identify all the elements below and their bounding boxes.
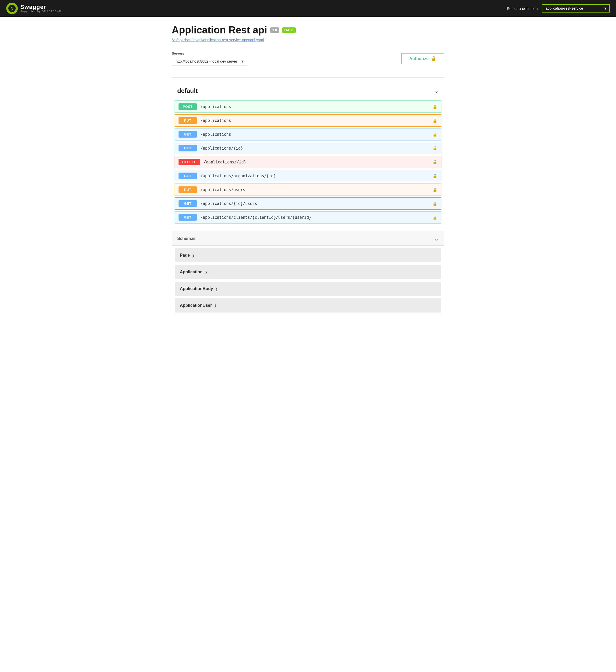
method-badge-post: POST: [179, 103, 197, 110]
endpoint-path: /applications/users: [200, 187, 245, 192]
endpoint-left: GET /applications: [179, 131, 231, 138]
logo-area: {} Swagger Supported By SMARTBEAR: [6, 3, 61, 14]
main-content: Application Rest api 1.0 OAS3 /v3/api-do…: [164, 17, 452, 328]
endpoint-row[interactable]: GET /applications/organizations/{id} 🔒: [175, 170, 441, 182]
endpoint-lock-icon: 🔒: [433, 215, 437, 220]
default-section-header[interactable]: default ⌄: [172, 83, 444, 99]
schema-name-application: Application: [180, 270, 203, 274]
endpoint-path: /applications/organizations/{id}: [200, 174, 276, 178]
endpoint-left: POST /applications: [179, 103, 231, 110]
schema-item-application-body[interactable]: ApplicationBody ❯: [175, 282, 441, 296]
swagger-sub-text: Supported By SMARTBEAR: [20, 10, 61, 13]
endpoint-path: /applications: [200, 118, 231, 123]
endpoint-path: /applications/{id}/users: [200, 201, 257, 206]
servers-label: Servers: [172, 51, 247, 55]
servers-left: Servers http://localhost:8082 - local de…: [172, 51, 247, 66]
schema-name-applicationuser: ApplicationUser: [180, 303, 212, 308]
endpoint-row[interactable]: PUT /applications 🔒: [175, 114, 441, 127]
schema-item-inner: ApplicationUser ❯: [180, 303, 436, 308]
authorize-button[interactable]: Authorize 🔓: [401, 53, 444, 64]
endpoint-row[interactable]: GET /applications 🔒: [175, 128, 441, 140]
endpoint-path: /applications/{id}: [200, 146, 243, 151]
endpoint-left: DELETE /applications/{id}: [179, 159, 246, 165]
default-section: default ⌄ POST /applications 🔒 PUT /appl…: [172, 83, 444, 226]
endpoint-lock-icon: 🔒: [433, 201, 437, 206]
schema-expand-icon: ❯: [205, 270, 208, 274]
schemas-section: Schemas ⌄ Page ❯ Application ❯ Applicati…: [172, 232, 444, 315]
endpoint-path: /applications: [200, 104, 231, 109]
schema-name-applicationbody: ApplicationBody: [180, 286, 213, 291]
api-title: Application Rest api: [172, 25, 267, 36]
endpoint-row[interactable]: GET /applications/{id} 🔒: [175, 142, 441, 154]
schemas-section-chevron-icon: ⌄: [434, 235, 439, 242]
select-definition-label: Select a definition: [507, 6, 538, 11]
server-select[interactable]: http://localhost:8082 - local dev server: [172, 57, 247, 66]
endpoint-lock-icon: 🔒: [433, 132, 437, 137]
endpoint-lock-icon: 🔒: [433, 146, 437, 151]
method-badge-get: GET: [179, 131, 197, 138]
endpoint-lock-icon: 🔒: [433, 118, 437, 123]
schema-item-application-user[interactable]: ApplicationUser ❯: [175, 298, 441, 313]
schema-item-inner: Page ❯: [180, 253, 436, 258]
endpoint-row[interactable]: GET /applications/{id}/users 🔒: [175, 197, 441, 210]
schema-item-page[interactable]: Page ❯: [175, 248, 441, 262]
schema-item-inner: ApplicationBody ❯: [180, 286, 436, 291]
schemas-section-title: Schemas: [177, 236, 196, 241]
endpoint-lock-icon: 🔒: [433, 187, 437, 192]
method-badge-get: GET: [179, 200, 197, 207]
definition-select-wrapper: application-rest-service ▼: [542, 4, 610, 13]
api-url-link[interactable]: /v3/api-docs/myapi/application-rest-serv…: [172, 38, 444, 42]
authorize-lock-icon: 🔓: [431, 56, 436, 61]
authorize-button-label: Authorize: [409, 56, 429, 61]
endpoint-path: /applications/{id}: [204, 160, 246, 164]
endpoint-left: GET /applications/{id}: [179, 145, 243, 151]
swagger-text-group: Swagger Supported By SMARTBEAR: [20, 4, 61, 13]
schemas-section-header[interactable]: Schemas ⌄: [172, 232, 444, 246]
endpoint-left: PUT /applications: [179, 117, 231, 124]
endpoint-left: PUT /applications/users: [179, 186, 245, 193]
schema-name-page: Page: [180, 253, 190, 258]
endpoint-left: GET /applications/clients/{clientId}/use…: [179, 214, 311, 221]
oas3-badge: OAS3: [282, 27, 295, 33]
schema-expand-icon: ❯: [214, 304, 217, 308]
method-badge-get: GET: [179, 145, 197, 151]
swagger-title-text: Swagger: [20, 4, 61, 10]
schema-item-application[interactable]: Application ❯: [175, 265, 441, 279]
swagger-logo-circle: {}: [6, 3, 18, 14]
endpoint-left: GET /applications/organizations/{id}: [179, 173, 276, 179]
servers-section: Servers http://localhost:8082 - local de…: [172, 47, 444, 70]
swagger-icon: {}: [11, 6, 14, 10]
default-section-chevron-icon: ⌄: [434, 88, 439, 94]
method-badge-put: PUT: [179, 186, 197, 193]
endpoint-lock-icon: 🔒: [433, 160, 437, 164]
section-divider: [172, 77, 444, 78]
swagger-logo-inner: {}: [8, 5, 16, 12]
method-badge-delete: DELETE: [179, 159, 200, 165]
default-section-title: default: [177, 87, 198, 95]
endpoint-row[interactable]: DELETE /applications/{id} 🔒: [175, 156, 441, 168]
method-badge-put: PUT: [179, 117, 197, 124]
endpoint-row[interactable]: PUT /applications/users 🔒: [175, 184, 441, 196]
api-title-section: Application Rest api 1.0 OAS3: [172, 25, 444, 36]
header-right-area: Select a definition application-rest-ser…: [507, 4, 610, 13]
server-select-wrapper: http://localhost:8082 - local dev server…: [172, 57, 247, 66]
method-badge-get: GET: [179, 214, 197, 221]
top-header: {} Swagger Supported By SMARTBEAR Select…: [0, 0, 616, 17]
endpoint-row[interactable]: POST /applications 🔒: [175, 101, 441, 113]
schema-item-inner: Application ❯: [180, 270, 436, 274]
endpoint-row[interactable]: GET /applications/clients/{clientId}/use…: [175, 211, 441, 223]
method-badge-get: GET: [179, 173, 197, 179]
schema-expand-icon: ❯: [192, 254, 195, 257]
endpoint-path: /applications/clients/{clientId}/users/{…: [200, 215, 311, 220]
endpoint-left: GET /applications/{id}/users: [179, 200, 257, 207]
schema-expand-icon: ❯: [215, 287, 218, 291]
endpoint-lock-icon: 🔒: [433, 104, 437, 109]
definition-select[interactable]: application-rest-service: [542, 4, 610, 13]
endpoint-lock-icon: 🔒: [433, 174, 437, 178]
version-badge: 1.0: [270, 27, 279, 33]
endpoint-path: /applications: [200, 132, 231, 137]
